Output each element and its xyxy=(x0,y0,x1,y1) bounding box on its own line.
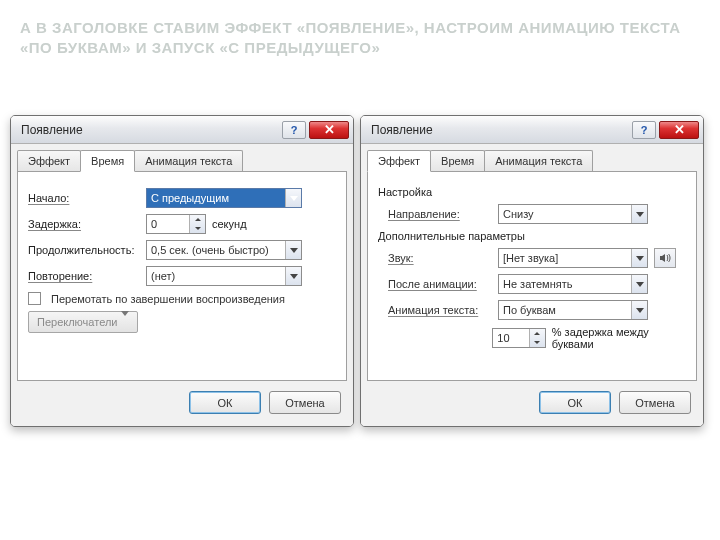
direction-label: Направление: xyxy=(388,208,492,220)
duration-value: 0,5 сек. (очень быстро) xyxy=(151,244,269,256)
ok-button[interactable]: ОК xyxy=(539,391,611,414)
triggers-label: Переключатели xyxy=(37,316,117,328)
close-button[interactable] xyxy=(659,121,699,139)
direction-combo[interactable]: Снизу xyxy=(498,204,648,224)
chevron-down-icon xyxy=(631,301,647,319)
after-animation-combo[interactable]: Не затемнять xyxy=(498,274,648,294)
start-value: С предыдущим xyxy=(151,192,229,204)
delay-spin[interactable]: 0 xyxy=(146,214,206,234)
chevron-down-icon xyxy=(631,275,647,293)
repeat-label: Повторение: xyxy=(28,270,140,282)
speaker-icon xyxy=(659,252,671,264)
tab-strip: Эффект Время Анимация текста xyxy=(361,144,703,171)
spin-arrows-icon xyxy=(189,215,205,233)
chevron-down-icon xyxy=(285,189,301,207)
close-button[interactable] xyxy=(309,121,349,139)
sound-combo[interactable]: [Нет звука] xyxy=(498,248,648,268)
tab-page-effect: Настройка Направление: Снизу Дополнитель… xyxy=(367,171,697,381)
help-button[interactable] xyxy=(632,121,656,139)
titlebar[interactable]: Появление xyxy=(11,116,353,144)
delay-label: Задержка: xyxy=(28,218,140,230)
start-combo[interactable]: С предыдущим xyxy=(146,188,302,208)
dialog-buttons: ОК Отмена xyxy=(11,381,353,426)
start-label: Начало: xyxy=(28,192,140,204)
rewind-checkbox[interactable] xyxy=(28,292,41,305)
percent-suffix: % задержка между буквами xyxy=(552,326,686,350)
tab-page-time: Начало: С предыдущим Задержка: 0 секунд xyxy=(17,171,347,381)
duration-combo[interactable]: 0,5 сек. (очень быстро) xyxy=(146,240,302,260)
chevron-down-icon xyxy=(285,267,301,285)
ok-button[interactable]: ОК xyxy=(189,391,261,414)
duration-label: Продолжительность: xyxy=(28,244,140,256)
tab-strip: Эффект Время Анимация текста xyxy=(11,144,353,171)
tab-effect[interactable]: Эффект xyxy=(367,150,431,172)
cancel-button[interactable]: Отмена xyxy=(619,391,691,414)
chevron-down-icon xyxy=(121,316,129,328)
triggers-button[interactable]: Переключатели xyxy=(28,311,138,333)
group-setup-label: Настройка xyxy=(378,186,686,198)
titlebar[interactable]: Появление xyxy=(361,116,703,144)
tab-effect[interactable]: Эффект xyxy=(17,150,81,171)
percent-spin[interactable]: 10 xyxy=(492,328,545,348)
sound-value: [Нет звука] xyxy=(503,252,558,264)
percent-value: 10 xyxy=(497,332,509,344)
after-animation-label: После анимации: xyxy=(388,278,492,290)
cancel-button[interactable]: Отмена xyxy=(269,391,341,414)
repeat-value: (нет) xyxy=(151,270,175,282)
tab-time[interactable]: Время xyxy=(80,150,135,172)
delay-suffix: секунд xyxy=(212,218,247,230)
sound-preview-button[interactable] xyxy=(654,248,676,268)
text-animation-value: По буквам xyxy=(503,304,556,316)
sound-label: Звук: xyxy=(388,252,492,264)
direction-value: Снизу xyxy=(503,208,534,220)
group-extra-label: Дополнительные параметры xyxy=(378,230,686,242)
chevron-down-icon xyxy=(631,249,647,267)
dialog-appearance-time: Появление Эффект Время Анимация текста Н… xyxy=(10,115,354,427)
rewind-label: Перемотать по завершении воспроизведения xyxy=(51,293,285,305)
slide-title: А В ЗАГОЛОВКЕ СТАВИМ ЭФФЕКТ «ПОЯВЛЕНИЕ»,… xyxy=(20,18,700,59)
help-button[interactable] xyxy=(282,121,306,139)
text-animation-label: Анимация текста: xyxy=(388,304,492,316)
dialog-title: Появление xyxy=(371,123,433,137)
tab-text-animation[interactable]: Анимация текста xyxy=(134,150,243,171)
tab-text-animation[interactable]: Анимация текста xyxy=(484,150,593,171)
dialog-appearance-effect: Появление Эффект Время Анимация текста Н… xyxy=(360,115,704,427)
chevron-down-icon xyxy=(285,241,301,259)
dialog-buttons: ОК Отмена xyxy=(361,381,703,426)
dialog-title: Появление xyxy=(21,123,83,137)
repeat-combo[interactable]: (нет) xyxy=(146,266,302,286)
chevron-down-icon xyxy=(631,205,647,223)
tab-time[interactable]: Время xyxy=(430,150,485,171)
delay-value: 0 xyxy=(151,218,157,230)
text-animation-combo[interactable]: По буквам xyxy=(498,300,648,320)
after-animation-value: Не затемнять xyxy=(503,278,572,290)
spin-arrows-icon xyxy=(529,329,545,347)
